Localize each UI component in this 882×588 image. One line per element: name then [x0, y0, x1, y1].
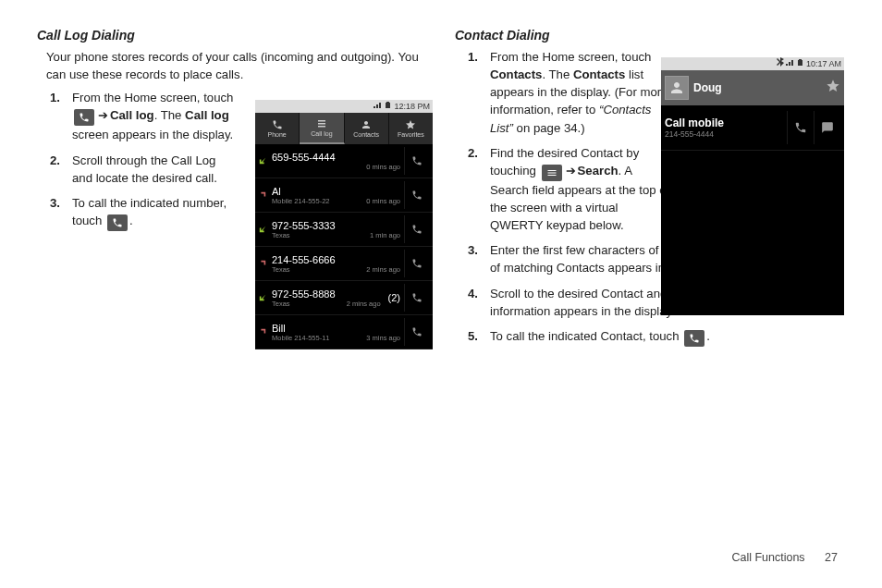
call-log-row[interactable]: BillMobile 214-555-113 mins ago	[255, 315, 433, 349]
svg-rect-3	[799, 59, 802, 60]
tab-label: Call log	[311, 130, 332, 137]
step-text: on page 34.)	[513, 121, 585, 135]
tab-label: Contacts	[353, 131, 379, 138]
phone-contact-figure: 10:17 AM Doug Call mobile 214-555-4444	[661, 57, 844, 315]
avatar-icon	[665, 76, 689, 100]
step-2-left: Scroll through the Call Log and locate t…	[72, 152, 239, 187]
tab-contacts[interactable]: Contacts	[345, 113, 389, 144]
call-button[interactable]	[404, 181, 429, 209]
phone-icon	[74, 109, 94, 126]
contact-header: Doug	[661, 70, 844, 105]
contact-name: Doug	[693, 81, 821, 94]
call-log-row[interactable]: AlMobile 214-555-220 mins ago	[255, 178, 433, 213]
call-button[interactable]	[404, 147, 429, 175]
call-button[interactable]	[404, 215, 429, 243]
call-time: 0 mins ago	[366, 163, 400, 171]
status-bar: 12:18 PM	[255, 100, 433, 113]
call-log-list: 659-555-44440 mins agoAlMobile 214-555-2…	[255, 144, 433, 349]
call-button[interactable]	[404, 318, 429, 346]
tab-phone[interactable]: Phone	[255, 113, 300, 144]
call-time: 3 mins ago	[366, 334, 400, 342]
contact-row-label: Call mobile	[665, 116, 787, 129]
step-text: To call the indicated Contact, touch	[490, 329, 682, 343]
step-1-left: From the Home screen, touch ➔Call log. T…	[72, 89, 239, 143]
call-time: 0 mins ago	[366, 197, 400, 205]
signal-icon	[786, 57, 795, 70]
call-location: Mobile 214-555-11	[272, 334, 330, 342]
search-label: Search	[578, 164, 619, 178]
outgoing-icon	[257, 328, 268, 336]
arrow-icon: ➔	[98, 108, 108, 122]
status-time: 10:17 AM	[806, 57, 841, 70]
call-log-row[interactable]: 214-555-6666Texas2 mins ago	[255, 247, 433, 281]
call-log-row[interactable]: 972-555-3333Texas1 min ago	[255, 213, 433, 247]
call-button[interactable]	[787, 111, 814, 144]
call-location: Texas	[272, 300, 290, 308]
page-footer: Call Functions 27	[731, 551, 838, 564]
call-time: 2 mins ago	[366, 265, 400, 274]
call-button[interactable]	[404, 250, 429, 277]
tab-label: Favorites	[398, 131, 424, 138]
step-text: Call log	[185, 108, 229, 122]
page-number: 27	[825, 551, 838, 564]
tab-label: Phone	[268, 131, 287, 138]
sms-button[interactable]	[814, 111, 840, 144]
call-number: 972-555-8888	[272, 288, 385, 300]
status-time: 12:18 PM	[394, 100, 430, 113]
step-text: . The	[154, 108, 185, 122]
step-text: .	[706, 329, 710, 343]
tab-favorites[interactable]: Favorites	[389, 113, 433, 144]
tab-bar: Phone Call log Contacts Favorites	[255, 113, 433, 144]
step-text: From the Home screen, touch	[72, 91, 233, 104]
incoming-icon	[257, 226, 268, 233]
call-number: 972-555-3333	[272, 220, 404, 231]
call-log-row[interactable]: 659-555-44440 mins ago	[255, 144, 433, 178]
call-button[interactable]	[404, 284, 429, 312]
section-title-contact: Contact Dialing	[455, 28, 845, 43]
intro-text-left: Your phone stores records of your calls …	[46, 48, 427, 83]
contact-blank	[661, 151, 844, 315]
call-number: 659-555-4444	[272, 152, 404, 163]
footer-label: Call Functions	[731, 551, 804, 564]
incoming-icon	[257, 294, 268, 301]
favorite-star-icon[interactable]	[826, 79, 840, 97]
battery-icon	[385, 100, 392, 113]
step-5-right: To call the indicated Contact, touch .	[490, 327, 845, 347]
call-time: 1 min ago	[370, 231, 400, 239]
svg-rect-1	[386, 102, 389, 103]
battery-icon	[797, 57, 804, 70]
step-2-right: Find the desired Contact by touching ➔Se…	[490, 144, 670, 235]
step-text: .	[129, 214, 133, 227]
step-text: Contacts	[573, 67, 625, 81]
call-number: 214-555-6666	[272, 254, 404, 265]
tab-call-log[interactable]: Call log	[300, 113, 344, 144]
call-count: (2)	[385, 292, 404, 303]
call-log-label: Call log	[110, 108, 154, 122]
step-text: To call the indicated number, touch	[72, 196, 227, 227]
svg-rect-2	[798, 60, 802, 66]
svg-rect-0	[386, 103, 390, 108]
incoming-icon	[257, 157, 268, 165]
step-text: Contacts	[490, 67, 542, 81]
step-text: From the Home screen, touch	[490, 50, 651, 64]
phone-icon	[684, 330, 704, 347]
call-location: Texas	[272, 265, 290, 274]
phone-icon	[107, 214, 128, 231]
outgoing-icon	[257, 191, 268, 199]
call-time: 2 mins ago	[347, 300, 381, 308]
section-title-call-log: Call Log Dialing	[37, 28, 427, 43]
bluetooth-icon	[777, 57, 784, 70]
call-number: Al	[272, 186, 404, 197]
call-location: Texas	[272, 231, 290, 239]
step-3-left: To call the indicated number, touch .	[72, 194, 239, 231]
call-log-row[interactable]: 972-555-8888Texas2 mins ago(2)	[255, 281, 433, 315]
call-number: Bill	[272, 323, 404, 334]
step-text: . The	[542, 67, 572, 81]
status-bar: 10:17 AM	[661, 57, 844, 70]
call-location: Mobile 214-555-22	[272, 197, 330, 205]
menu-icon	[542, 165, 562, 181]
outgoing-icon	[257, 260, 268, 267]
phone-calllog-figure: 12:18 PM Phone Call log Contacts Favorit…	[255, 100, 433, 349]
contact-call-row[interactable]: Call mobile 214-555-4444	[661, 105, 844, 151]
contact-row-number: 214-555-4444	[665, 129, 787, 139]
